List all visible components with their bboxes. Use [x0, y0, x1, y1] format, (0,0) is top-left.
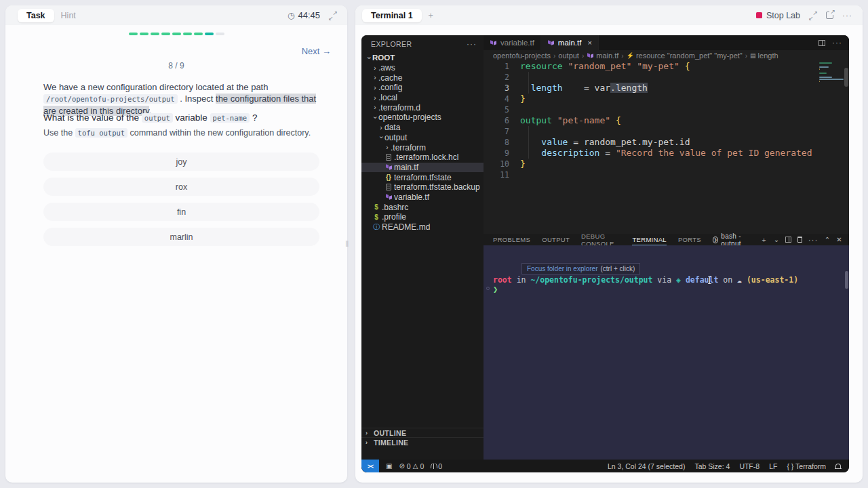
code-line-4[interactable]: 4}	[484, 94, 849, 104]
tree-item-label: ROOT	[372, 54, 395, 62]
option-rox[interactable]: rox	[43, 178, 319, 196]
more-options-icon[interactable]: ···	[842, 12, 852, 20]
tree-item-readme-md[interactable]: ⓘREADME.md	[361, 222, 484, 232]
explorer-more-icon[interactable]: ···	[467, 39, 477, 49]
option-marlin[interactable]: marlin	[43, 228, 319, 246]
kill-terminal-icon[interactable]	[797, 237, 802, 243]
tree-item--terraform[interactable]: ›.terraform	[361, 142, 484, 152]
tree-item--cache[interactable]: ›.cache	[361, 73, 484, 83]
add-terminal-button[interactable]: +	[422, 9, 440, 22]
tree-item-variable-tf[interactable]: variable.tf	[361, 192, 484, 203]
option-fin[interactable]: fin	[43, 203, 319, 221]
editor-tab-main-tf[interactable]: main.tf×	[541, 35, 599, 50]
terminal-area[interactable]: Focus folder in explorer (ctrl + click) …	[484, 245, 849, 460]
ports-indicator[interactable]: 0	[431, 462, 442, 470]
panel-more-icon[interactable]: ···	[808, 235, 818, 245]
code-line-3[interactable]: 3 length = var.length	[484, 83, 849, 94]
new-terminal-icon[interactable]: ＋	[760, 235, 767, 245]
tree-item--local[interactable]: ›.local	[361, 93, 484, 103]
tab-task[interactable]: Task	[18, 9, 54, 22]
code-area[interactable]: 1resource "random_pet" "my-pet" {23 leng…	[484, 61, 849, 234]
editor-more-icon[interactable]: ···	[832, 38, 842, 47]
code-line-10[interactable]: 10}	[484, 159, 849, 169]
tree-item-label: terraform.tfstate	[394, 173, 452, 182]
tree-item--config[interactable]: ›.config	[361, 83, 484, 93]
tree-item--terraform-d[interactable]: ›.terraform.d	[361, 102, 484, 113]
tree-item-terraform-tfstate-backup[interactable]: terraform.tfstate.backup	[361, 182, 484, 192]
encoding-indicator[interactable]: UTF-8	[739, 462, 760, 470]
chevron-down-icon[interactable]: ⌄	[774, 236, 780, 243]
panel-tab-debug-console[interactable]: DEBUG CONSOLE	[581, 234, 620, 245]
outline-section[interactable]: › OUTLINE	[361, 428, 484, 437]
panel-tab-output[interactable]: OUTPUT	[542, 234, 570, 245]
code-line-6[interactable]: 6output "pet-name" {	[484, 115, 849, 126]
tree-item--aws[interactable]: ›.aws	[361, 63, 484, 73]
breadcrumb-item[interactable]: ▤length	[750, 52, 778, 60]
minimap[interactable]	[816, 61, 849, 234]
line-number: 5	[484, 104, 509, 115]
file-tree: ›ROOT›.aws›.cache›.config›.local›.terraf…	[361, 53, 484, 232]
remote-indicator[interactable]: ><	[361, 460, 379, 472]
tree-item-opentofu-projects[interactable]: ›opentofu-projects	[361, 113, 484, 123]
editor-tab-variable-tf[interactable]: variable.tf	[484, 35, 541, 50]
tree-item--profile[interactable]: $.profile	[361, 212, 484, 222]
option-joy[interactable]: joy	[43, 152, 319, 171]
problems-indicator[interactable]: ⊘ 0 △ 0	[399, 462, 424, 470]
cursor-position[interactable]: Ln 3, Col 24 (7 selected)	[608, 462, 685, 470]
tree-item-main-tf[interactable]: main.tf	[361, 163, 484, 173]
expand-panel-icon[interactable]	[329, 12, 337, 20]
next-button[interactable]: Next →	[302, 46, 331, 56]
panel-tab-terminal[interactable]: TERMINAL	[632, 234, 666, 245]
tree-item--terraform-lock-hcl[interactable]: .terraform.lock.hcl	[361, 152, 484, 163]
eol-indicator[interactable]: LF	[769, 462, 777, 470]
tree-item-data[interactable]: ›data	[361, 123, 484, 133]
close-tab-icon[interactable]: ×	[587, 39, 591, 47]
breadcrumb-label: resource "random_pet" "my-pet"	[636, 52, 743, 60]
split-editor-icon[interactable]	[818, 40, 825, 46]
tab-size-indicator[interactable]: Tab Size: 4	[694, 462, 730, 470]
breadcrumb-separator: ›	[745, 52, 747, 60]
panel-tab-ports[interactable]: PORTS	[678, 234, 701, 245]
notifications-bell-icon[interactable]	[835, 464, 841, 468]
workspace-header: Terminal 1 + Stop Lab ···	[355, 5, 863, 25]
progress-segment	[205, 33, 214, 35]
line-text	[509, 104, 520, 115]
editor-scrollbar[interactable]	[844, 68, 848, 87]
tab-label: main.tf	[558, 39, 582, 47]
code-line-11[interactable]: 11	[484, 169, 849, 180]
tab-label: variable.tf	[500, 39, 534, 47]
tree-item-terraform-tfstate[interactable]: {}terraform.tfstate	[361, 172, 484, 182]
tab-hint[interactable]: Hint	[54, 9, 83, 22]
tree-item-root[interactable]: ›ROOT	[361, 53, 484, 63]
close-panel-icon[interactable]: ✕	[836, 236, 842, 243]
panel-resize-handle[interactable]: ‖	[345, 239, 349, 249]
code-line-9[interactable]: 9 description = "Record the value of pet…	[484, 148, 849, 159]
terminal-1-tab[interactable]: Terminal 1	[362, 9, 422, 22]
panel-tab-problems[interactable]: PROBLEMS	[493, 234, 530, 245]
tree-item-label: .aws	[378, 63, 395, 73]
maximize-panel-icon[interactable]: ⌃	[825, 236, 831, 243]
fullscreen-icon[interactable]	[809, 12, 817, 20]
breadcrumb-item[interactable]: output	[558, 52, 579, 60]
feedback-icon[interactable]: ▣	[386, 462, 392, 470]
stop-icon	[756, 12, 762, 18]
progress-segment	[183, 33, 192, 35]
timeline-section[interactable]: › TIMELINE	[361, 437, 484, 447]
terminal-scrollbar[interactable]	[845, 271, 848, 289]
code-line-5[interactable]: 5	[484, 104, 849, 115]
tree-item--bashrc[interactable]: $.bashrc	[361, 202, 484, 212]
code-line-2[interactable]: 2	[484, 72, 849, 83]
code-line-1[interactable]: 1resource "random_pet" "my-pet" {	[484, 61, 849, 72]
language-mode[interactable]: { } Terraform	[787, 462, 826, 470]
code-line-7[interactable]: 7	[484, 126, 849, 137]
split-terminal-icon[interactable]	[785, 237, 791, 243]
tree-item-output[interactable]: ›output	[361, 133, 484, 143]
open-new-window-icon[interactable]	[826, 12, 833, 19]
stop-lab-button[interactable]: Stop Lab	[756, 11, 800, 20]
breadcrumb-item[interactable]: main.tf	[587, 52, 618, 60]
code-line-8[interactable]: 8 value = random_pet.my-pet.id	[484, 137, 849, 148]
breadcrumb-item[interactable]: ⚡resource "random_pet" "my-pet"	[627, 52, 743, 60]
breadcrumb-item[interactable]: opentofu-projects	[493, 52, 551, 60]
line-number: 2	[484, 72, 509, 83]
chevron-right-icon: ›	[372, 94, 378, 102]
